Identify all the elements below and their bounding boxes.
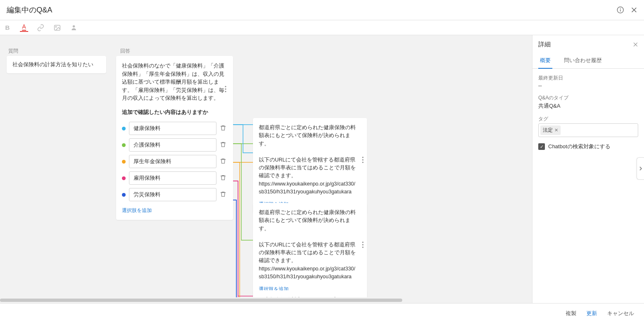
question-text: 社会保険料の計算方法を知りたい: [12, 61, 93, 67]
trash-icon[interactable]: [220, 174, 227, 182]
checkbox-checked-icon[interactable]: ✓: [538, 143, 545, 150]
sub-answer-card: 都道府県ごとに定められた健康保険の料額表にもとづいて保険料が決められます。 以下…: [253, 118, 367, 214]
option-input[interactable]: [129, 188, 216, 201]
sub-answer-text[interactable]: 都道府県ごとに定められた健康保険の料額表にもとづいて保険料が決められます。 以下…: [259, 124, 361, 196]
person-button[interactable]: [70, 24, 78, 32]
sub-more-icon[interactable]: [360, 155, 365, 165]
close-icon[interactable]: [631, 7, 637, 13]
type-label: Q&Aのタイプ: [538, 94, 638, 101]
toolbar: B A: [0, 20, 644, 35]
connector-lines: [233, 122, 254, 303]
svg-point-12: [362, 242, 363, 243]
tab-history[interactable]: 問い合わせ履歴: [562, 53, 603, 68]
tag-chip: 法定 ✕: [540, 125, 561, 135]
svg-point-4: [56, 26, 56, 27]
question-card[interactable]: 社会保険料の計算方法を知りたい: [7, 56, 106, 73]
option-input[interactable]: [129, 138, 216, 152]
expand-panel-handle[interactable]: [637, 157, 644, 180]
svg-point-8: [225, 91, 226, 92]
last-updated-value: --: [538, 82, 638, 89]
add-option-link[interactable]: 選択肢を追加: [122, 207, 152, 214]
svg-point-7: [225, 88, 226, 89]
option-row: [122, 138, 227, 152]
option-dot: [122, 193, 126, 197]
option-row: [122, 171, 227, 185]
option-row: [122, 188, 227, 201]
svg-point-11: [362, 162, 363, 163]
footer: 複製 更新 キャンセル: [0, 303, 644, 323]
answer-more-icon[interactable]: [223, 84, 228, 94]
detail-panel: 詳細 概要 問い合わせ履歴 最終更新日 -- Q&Aのタイプ 共通Q&A タグ …: [532, 35, 644, 303]
chatbot-checkbox-row[interactable]: ✓ Chatbotの検索対象にする: [538, 143, 638, 150]
sub-answer-text[interactable]: 都道府県ごとに定められた健康保険の料額表にもとづいて保険料が決められます。 以下…: [259, 209, 361, 281]
image-button[interactable]: [53, 24, 61, 32]
answer-card: 社会保険料のなかで「健康保険料」「介護保険料」「厚生年金保険料」は、収入の見込額…: [116, 56, 233, 220]
type-value: 共通Q&A: [538, 102, 638, 110]
trash-icon[interactable]: [220, 191, 227, 198]
answer-prompt[interactable]: 追加で確認したい内容はありますか: [122, 108, 227, 116]
option-input[interactable]: [129, 155, 216, 168]
svg-rect-1: [620, 10, 621, 12]
option-row: [122, 155, 227, 168]
duplicate-button[interactable]: 複製: [566, 310, 576, 317]
checkbox-label: Chatbotの検索対象にする: [548, 143, 610, 150]
answer-text[interactable]: 社会保険料のなかで「健康保険料」「介護保険料」「厚生年金保険料」は、収入の見込額…: [122, 62, 227, 102]
update-button[interactable]: 更新: [586, 310, 597, 317]
option-input[interactable]: [129, 122, 216, 135]
editor-canvas[interactable]: 質問 回答 社会保険料の計算方法を知りたい 社会保険料のなかで「健康保険料」「介…: [0, 35, 532, 303]
option-dot: [122, 176, 126, 180]
cancel-button[interactable]: キャンセル: [607, 310, 634, 317]
tag-label: タグ: [538, 116, 638, 123]
tab-overview[interactable]: 概要: [538, 53, 552, 68]
last-updated-label: 最終更新日: [538, 75, 638, 82]
svg-point-13: [362, 244, 363, 246]
svg-point-5: [73, 25, 75, 27]
option-row: [122, 122, 227, 135]
option-dot: [122, 143, 126, 147]
trash-icon[interactable]: [220, 158, 227, 165]
text-color-button[interactable]: A: [20, 24, 28, 32]
tag-remove-icon[interactable]: ✕: [554, 128, 558, 133]
header: 編集中のQ&A: [0, 0, 644, 20]
page-title: 編集中のQ&A: [7, 5, 52, 15]
sub-more-icon[interactable]: [360, 240, 365, 250]
sub-answer-card: 都道府県ごとに定められた健康保険の料額表にもとづいて保険料が決められます。 以下…: [253, 203, 367, 299]
svg-point-9: [362, 157, 363, 158]
panel-close-icon[interactable]: [633, 42, 638, 47]
horizontal-scrollbar[interactable]: [0, 297, 532, 303]
question-label: 質問: [8, 48, 18, 55]
bold-button[interactable]: B: [3, 24, 12, 32]
option-dot: [122, 127, 126, 130]
svg-point-14: [362, 247, 363, 248]
trash-icon[interactable]: [220, 125, 227, 132]
tag-input[interactable]: 法定 ✕: [538, 123, 638, 137]
option-dot: [122, 160, 126, 164]
panel-title: 詳細: [538, 41, 551, 48]
option-input[interactable]: [129, 171, 216, 185]
answer-label: 回答: [120, 48, 130, 55]
svg-point-2: [620, 8, 621, 9]
svg-point-6: [225, 86, 226, 87]
trash-icon[interactable]: [220, 141, 227, 149]
link-button[interactable]: [36, 24, 45, 32]
svg-point-10: [362, 159, 363, 161]
info-icon[interactable]: [617, 6, 624, 14]
